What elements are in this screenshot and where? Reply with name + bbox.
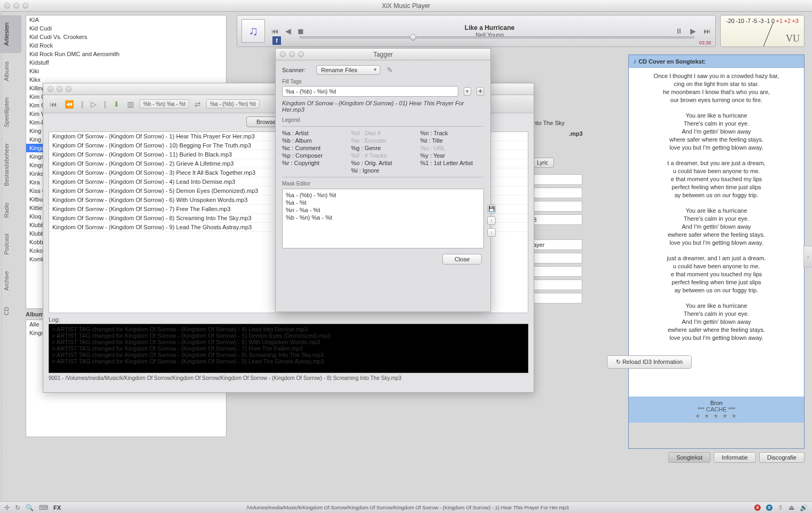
sidetab-albums[interactable]: Albums bbox=[0, 54, 21, 89]
scanner-label: Scanner: bbox=[282, 67, 312, 73]
download-icon[interactable]: ⬇ bbox=[111, 99, 122, 110]
prev-track-icon[interactable]: ⏮ bbox=[271, 27, 279, 35]
volume-icon[interactable]: 🔊 bbox=[800, 504, 808, 511]
sidetab-cd[interactable]: CD bbox=[0, 299, 21, 323]
log-line: > ARTIST TAG changed for Kingdom Of Sorr… bbox=[52, 352, 525, 358]
artist-row[interactable]: Kid Rock Run DMC and Aerosmith bbox=[26, 50, 226, 58]
artist-row[interactable]: Kid Cudi bbox=[26, 24, 226, 33]
partial-ext: .mp3 bbox=[569, 130, 583, 137]
mask-item[interactable]: %a - %t bbox=[286, 199, 480, 206]
close-button[interactable]: Close bbox=[442, 254, 482, 265]
music-note-icon: ♫ bbox=[241, 19, 265, 43]
mask-save-icon[interactable]: 💾 bbox=[487, 205, 496, 213]
reload-id3-button[interactable]: ↻ Reload ID3 Information bbox=[607, 355, 692, 369]
rewind-icon[interactable]: ⏮ bbox=[48, 99, 59, 110]
lyrics-body[interactable]: Once I thought I saw you in a crowded ha… bbox=[629, 68, 804, 397]
fx-button[interactable]: FX bbox=[53, 504, 61, 511]
bottom-tab-songtekst[interactable]: Songtekst bbox=[668, 452, 710, 463]
log-line: > ARTIST TAG changed for Kingdom Of Sorr… bbox=[52, 358, 525, 364]
repeat-icon[interactable]: ↻ bbox=[15, 504, 20, 511]
log-line: > ARTIST TAG changed for Kingdom Of Sorr… bbox=[52, 345, 525, 352]
expand-right-icon[interactable]: › bbox=[803, 246, 812, 267]
artist-row[interactable]: Kid Rock bbox=[26, 41, 226, 50]
mask-editor-label: Mask Editor bbox=[282, 181, 484, 186]
main-titlebar: XiX Music Player bbox=[0, 0, 812, 12]
side-tabs: ArtiestenAlbumsSpeellijstenBestandsbehee… bbox=[0, 15, 21, 324]
progress-bar[interactable] bbox=[299, 36, 694, 41]
search-icon[interactable]: 🔍 bbox=[26, 504, 34, 511]
shuffle-icon[interactable]: ✢ bbox=[4, 504, 10, 511]
apply-icon[interactable]: ⇄ bbox=[192, 99, 203, 110]
legend-grid: %a : Artist%d : Disc #%n : Track%b : Alb… bbox=[282, 130, 484, 174]
lyrics-header: ♪ CD Cover en Songtekst: bbox=[629, 55, 804, 68]
bottom-tab-discografie[interactable]: Discografie bbox=[759, 452, 805, 463]
stop-icon[interactable]: ◼ bbox=[298, 27, 304, 35]
artist-row[interactable]: Kidstuff bbox=[26, 58, 226, 67]
filltags-label: Fill Tags bbox=[282, 79, 484, 84]
log-label: Log: bbox=[49, 316, 528, 323]
status-line: 9001 - /Volumes/media/Music/k/Kingdom Of… bbox=[49, 375, 528, 381]
divider-icon: | bbox=[79, 99, 85, 110]
toolbar-mask-1[interactable]: %b - %n) %a - %t bbox=[139, 99, 189, 108]
play-icon[interactable]: ▶ bbox=[690, 27, 696, 35]
window-title: XiX Music Player bbox=[0, 2, 812, 10]
traffic-lights[interactable] bbox=[0, 3, 28, 9]
eject-icon[interactable]: ⏏ bbox=[788, 504, 794, 511]
lyrics-footer: Bron *** CACHE *** ★ ★ ★ ★ ★ bbox=[629, 397, 804, 423]
sidetab-artiesten[interactable]: Artiesten bbox=[0, 15, 21, 53]
albums-label: Album bbox=[26, 311, 44, 317]
mask-up-icon[interactable]: ↑ bbox=[487, 216, 496, 225]
footer-bar: ✢ ↻ 🔍 ⌨ FX /Volumes/media/Music/k/Kingdo… bbox=[0, 501, 812, 513]
play-small-icon[interactable]: ▷ bbox=[89, 99, 99, 110]
footer-path: /Volumes/media/Music/k/Kingdom Of Sorrow… bbox=[66, 504, 749, 510]
player-bar: ♫ ⏮ ◀ ◼ Like a Hurricane Neil Young ⏸ ▶ … bbox=[237, 15, 716, 47]
edit-icon[interactable]: ✎ bbox=[385, 65, 395, 75]
log-box[interactable]: > ARTIST TAG changed for Kingdom Of Sorr… bbox=[49, 324, 528, 373]
mask-item[interactable]: %b - %n) %a - %t bbox=[286, 214, 480, 221]
upload-icon[interactable]: ⇪ bbox=[778, 504, 783, 511]
artist-row[interactable]: Kiki bbox=[26, 67, 226, 75]
time-remaining: 03:38 bbox=[699, 40, 711, 45]
mask-input[interactable] bbox=[282, 86, 458, 97]
lyric-tab[interactable]: Lyric bbox=[531, 158, 554, 168]
artist-row[interactable]: KIA bbox=[26, 15, 226, 24]
back-icon[interactable]: ⏪ bbox=[63, 99, 76, 110]
tagger-window: Tagger Scanner: Rename Files ✎ Fill Tags… bbox=[275, 48, 491, 312]
tagger-titlebar[interactable]: Tagger bbox=[276, 49, 490, 60]
sidetab-radio[interactable]: Radio bbox=[0, 195, 21, 226]
lyrics-bottom-tabs: SongtekstInformatieDiscografie bbox=[668, 452, 805, 463]
now-playing-title: Like a Hurricane bbox=[309, 24, 670, 32]
sidetab-podcast[interactable]: Podcast bbox=[0, 226, 21, 262]
log-line: > ARTIST TAG changed for Kingdom Of Sorr… bbox=[52, 332, 525, 339]
log-line: > ARTIST TAG changed for Kingdom Of Sorr… bbox=[52, 339, 525, 345]
legend-label: Legend bbox=[282, 117, 484, 123]
blue-badge[interactable]: 0 bbox=[766, 504, 772, 511]
sidetab-bestandsbeheer[interactable]: Bestandsbeheer bbox=[0, 136, 21, 193]
toolbar-mask-2[interactable]: %a - (%b) - %n) %t bbox=[206, 99, 260, 108]
log-line: > ARTIST TAG changed for Kingdom Of Sorr… bbox=[52, 326, 525, 332]
red-badge[interactable]: 0 bbox=[754, 504, 761, 511]
mask-item[interactable]: %n - %a - %t bbox=[286, 206, 480, 214]
vu-label: VU bbox=[786, 33, 800, 44]
pause-icon[interactable]: ⏸ bbox=[675, 27, 683, 35]
mask-down-icon[interactable]: ↓ bbox=[487, 228, 496, 237]
mask-add-icon[interactable]: ✚ bbox=[477, 87, 484, 96]
mask-dropdown-icon[interactable]: ▾ bbox=[464, 87, 471, 96]
rating-stars[interactable]: ★ ★ ★ ★ ★ bbox=[632, 413, 801, 419]
divider-icon: | bbox=[102, 99, 108, 110]
mask-editor-list[interactable]: %a - (%b) - %n) %t%a - %t%n - %a - %t%b … bbox=[282, 189, 484, 248]
mask-preview: Kingdom Of Sorrow - (Kingdom Of Sorrow) … bbox=[282, 100, 484, 113]
vu-meter: -20-10-7-5-3-10+1+2+3 VU bbox=[720, 15, 805, 47]
next-track-icon[interactable]: ⏭ bbox=[704, 27, 711, 35]
lyrics-panel: ♪ CD Cover en Songtekst: Once I thought … bbox=[628, 55, 805, 449]
facebook-icon[interactable]: f bbox=[272, 36, 281, 45]
scanner-select[interactable]: Rename Files bbox=[316, 65, 380, 75]
bottom-tab-informatie[interactable]: Informatie bbox=[714, 452, 756, 463]
mask-item[interactable]: %a - (%b) - %n) %t bbox=[286, 191, 480, 199]
play-back-icon[interactable]: ◀ bbox=[285, 27, 291, 35]
sidetab-speellijsten[interactable]: Speellijsten bbox=[0, 90, 21, 135]
artist-row[interactable]: Kid Cudi Vs. Crookers bbox=[26, 33, 226, 41]
sidetab-archive[interactable]: Archive bbox=[0, 263, 21, 298]
columns-icon[interactable]: ▥ bbox=[125, 99, 136, 110]
keyboard-icon[interactable]: ⌨ bbox=[39, 504, 48, 511]
